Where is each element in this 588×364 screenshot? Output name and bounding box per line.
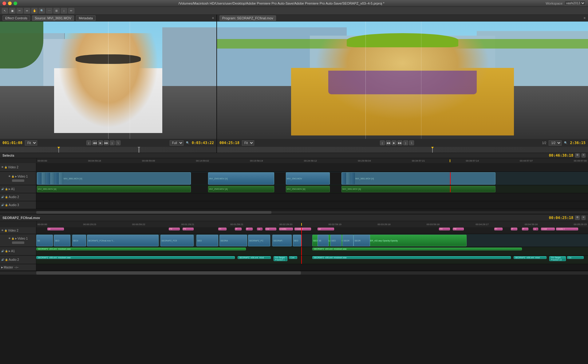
program-fit-select[interactable]: Fit xyxy=(242,140,254,146)
selects-ruler[interactable]: 00:00:00 00:04:59:16 00:09:59:09 00:14:5… xyxy=(0,158,588,163)
selects-audio1-panel: 🔊 🔒 ▶ A1 xyxy=(0,185,36,193)
selects-audio2-row: 🔊 🔒 Audio 2 xyxy=(0,193,588,201)
program-timecode: 004:25:18 xyxy=(219,141,239,145)
seorapz-timeline-header: SEORAPZ_FCfinal.mov 00:04:25:18 ⚙ ≡ xyxy=(0,214,588,221)
seorapz-video1-panel: 👁 🔒 ▶ Video 1 xyxy=(0,234,36,247)
seorapz-audio2-area: SEORAPZ_v08.xml_mixdown.wav SEORAPZ_v08.… xyxy=(36,256,588,264)
seorapz-video1-label: Video 1 xyxy=(18,237,28,240)
window-controls[interactable] xyxy=(2,2,17,5)
source-timecode: 001:01:08 xyxy=(2,141,22,145)
source-panel-menu[interactable]: ≡ xyxy=(212,16,214,20)
seorapz-ruler[interactable]: 00:00:00 00:00:29:23 00:00:59:22 00:01:2… xyxy=(0,221,588,227)
tool-slip[interactable]: ⇔ xyxy=(24,8,30,14)
seorapz-scrollbar[interactable] xyxy=(0,271,588,275)
seorapz-video2-panel: 👁 🔒 Video 2 xyxy=(0,227,36,234)
seorapz-audio2-row: 🔊 🔒 Audio 2 SEORAPZ_v08.xml_mixdown.wav … xyxy=(0,256,588,264)
source-insert[interactable]: ⤵ xyxy=(116,140,120,145)
selects-audio3-panel: 🔊 🔒 Audio 3 xyxy=(0,201,36,209)
source-mark-in[interactable]: { xyxy=(86,140,91,145)
source-step-fwd[interactable]: ▶▶ xyxy=(104,140,109,145)
program-monitor-controls: 004:25:18 Fit { ◀◀ ▶ ▶▶ } ⤵ 1/2 1/2 🔍 2:… xyxy=(217,139,588,147)
selects-tracks: 👁 🔒 Video 2 👁 🔒 ▶ Video 1 xyxy=(0,163,588,211)
tab-source[interactable]: Source: MVI_3691.MOV xyxy=(32,15,74,21)
selects-settings[interactable]: ≡ xyxy=(582,153,586,158)
seorapz-video2-label: Video 2 xyxy=(8,229,18,232)
scrubber-area[interactable] xyxy=(0,147,588,153)
seorapz-audio1-row: 🔊 🔒 ▶ A1 SEORAPZ_v04.xml_mixdown.wav SEO… xyxy=(0,247,588,256)
tab-effect-controls[interactable]: Effect Controls xyxy=(2,15,30,21)
tool-rate[interactable]: ↕ xyxy=(61,8,67,14)
selects-audio2-panel: 🔊 🔒 Audio 2 xyxy=(0,193,36,201)
close-button[interactable] xyxy=(2,2,6,5)
source-quality-select[interactable]: Full xyxy=(170,140,184,146)
selects-scrollbar[interactable] xyxy=(0,211,588,214)
selects-video2-panel: 👁 🔒 Video 2 xyxy=(0,163,36,171)
selects-audio1-area: MVI_3691.MOV [A] MVI_2545.MOV [A] MVI_25… xyxy=(36,185,588,193)
minimize-button[interactable] xyxy=(8,2,12,5)
source-mark-out[interactable]: } xyxy=(110,140,115,145)
workspace-select[interactable]: vashi2013 xyxy=(565,1,586,6)
tab-program[interactable]: Program: SEORAPZ_FCfinal.mov xyxy=(219,15,276,21)
seorapz-master-area xyxy=(36,264,588,271)
selects-title: Selects xyxy=(2,154,14,157)
tab-metadata[interactable]: Metadata xyxy=(76,15,96,21)
credits-clip: credits xyxy=(279,228,293,230)
program-duration: 2:36:15 xyxy=(570,141,586,145)
tool-ripple[interactable]: ⋯ xyxy=(46,8,52,14)
panels-row: Effect Controls Source: MVI_3691.MOV Met… xyxy=(0,15,588,147)
selects-timeline: Selects 00:46:38:18 ⚙ ≡ 00:00:00 00:04:5… xyxy=(0,153,588,214)
selects-video2-row: 👁 🔒 Video 2 xyxy=(0,163,588,172)
source-marker2 xyxy=(139,147,139,153)
source-scrubber[interactable] xyxy=(0,147,217,153)
maximize-button[interactable] xyxy=(14,2,17,5)
toolbar: ↖ ▣ ✂ ⇔ ✋ 🔍 ⋯ ⊞ ↕ ✏ xyxy=(0,7,588,15)
source-duration: 0:03:43:22 xyxy=(192,141,214,145)
selects-video1-panel: 👁 🔒 ▶ Video 1 xyxy=(0,172,36,185)
seorapz-controls[interactable]: ⚙ xyxy=(575,216,580,220)
program-quality-select[interactable]: 1/2 xyxy=(549,140,562,146)
program-scrubber[interactable] xyxy=(217,147,588,153)
title-bar: /Volumes/Macintosh HD/Users/user/Desktop… xyxy=(0,0,588,7)
tool-razor[interactable]: ✂ xyxy=(17,8,23,14)
source-play[interactable]: ▶ xyxy=(98,140,103,145)
tool-arrow[interactable]: ↖ xyxy=(2,8,8,14)
program-panel-menu[interactable]: ≡ xyxy=(584,16,586,20)
program-step-back[interactable]: ◀◀ xyxy=(386,140,391,145)
selects-timeline-header: Selects 00:46:38:18 ⚙ ≡ xyxy=(0,153,588,158)
source-monitor-header: Effect Controls Source: MVI_3691.MOV Met… xyxy=(0,15,216,22)
selects-controls[interactable]: ⚙ xyxy=(575,153,580,158)
seorapz-timeline: SEORAPZ_FCfinal.mov 00:04:25:18 ⚙ ≡ 00:0… xyxy=(0,214,588,275)
program-monitor-header: Program: SEORAPZ_FCfinal.mov ≡ xyxy=(217,15,588,22)
tool-pen[interactable]: ✏ xyxy=(68,8,74,14)
program-insert[interactable]: ⤵ xyxy=(409,140,414,145)
tool-hand[interactable]: ✋ xyxy=(31,8,37,14)
selects-video1-area: MVI_3691.MOV [V] MVI_2545.MOV [V] MVI_25… xyxy=(36,172,588,185)
seorapz-master-label: Master xyxy=(4,266,13,269)
selects-timecode: 00:46:38:18 xyxy=(549,153,573,158)
source-fit-select[interactable]: Fit xyxy=(25,140,37,146)
tool-zoom[interactable]: 🔍 xyxy=(39,8,45,14)
seorapz-title: SEORAPZ_FCfinal.mov xyxy=(2,216,40,220)
workspace-label: Workspace: xyxy=(546,2,563,5)
seorapz-timecode: 00:04:25:18 xyxy=(549,216,573,220)
seorapz-tracks: 👁 🔒 Video 2 ytr Plf Plf Pi P P va cre cr… xyxy=(0,227,588,271)
program-mark-out[interactable]: } xyxy=(403,140,408,145)
program-page: 1/2 xyxy=(542,141,547,145)
seorapz-audio2-panel: 🔊 🔒 Audio 2 xyxy=(0,256,36,264)
tool-select[interactable]: ▣ xyxy=(9,8,15,14)
program-play[interactable]: ▶ xyxy=(392,140,397,145)
program-monitor: Program: SEORAPZ_FCfinal.mov ≡ xyxy=(217,15,588,147)
selects-video2-area xyxy=(36,163,588,171)
selects-audio3-label: Audio 3 xyxy=(9,203,19,207)
program-video-display xyxy=(217,22,588,139)
program-playhead xyxy=(432,147,433,153)
seorapz-audio2-label: Audio 2 xyxy=(9,258,19,261)
seorapz-master-panel: ▶ Master ⊣⊢ xyxy=(0,264,36,271)
tool-rolling[interactable]: ⊞ xyxy=(53,8,60,14)
source-step-back[interactable]: ◀◀ xyxy=(92,140,97,145)
program-mark-in[interactable]: { xyxy=(380,140,385,145)
seorapz-video2-area: ytr Plf Plf Pi P P va cre credits credit… xyxy=(36,227,588,234)
seorapz-video1-row: 👁 🔒 ▶ Video 1 SE SEO SEOI SEORAPZ_FCfina… xyxy=(0,234,588,247)
seorapz-settings[interactable]: ≡ xyxy=(582,216,586,220)
program-step-fwd[interactable]: ▶▶ xyxy=(397,140,402,145)
